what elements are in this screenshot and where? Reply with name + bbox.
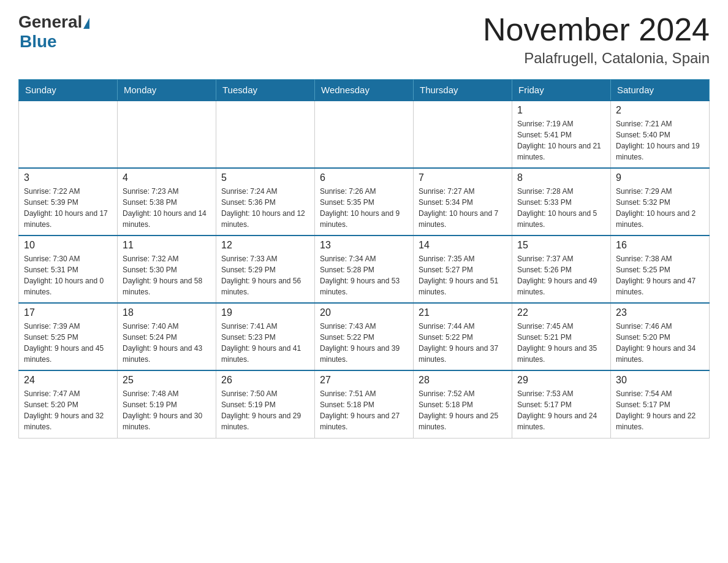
day-number: 3 xyxy=(24,172,112,183)
calendar-cell: 21Sunrise: 7:44 AMSunset: 5:22 PMDayligh… xyxy=(414,303,512,370)
day-number: 12 xyxy=(221,240,309,251)
week-row-1: 1Sunrise: 7:19 AMSunset: 5:41 PMDaylight… xyxy=(19,101,710,168)
day-info: Sunrise: 7:44 AMSunset: 5:22 PMDaylight:… xyxy=(419,321,507,365)
day-number: 7 xyxy=(419,172,507,183)
day-info: Sunrise: 7:22 AMSunset: 5:39 PMDaylight:… xyxy=(24,186,112,230)
day-number: 27 xyxy=(320,375,408,386)
calendar-cell: 16Sunrise: 7:38 AMSunset: 5:25 PMDayligh… xyxy=(611,236,710,303)
day-info: Sunrise: 7:50 AMSunset: 5:19 PMDaylight:… xyxy=(221,388,309,432)
logo-blue-text: Blue xyxy=(20,32,57,52)
day-info: Sunrise: 7:45 AMSunset: 5:21 PMDaylight:… xyxy=(517,321,605,365)
week-row-5: 24Sunrise: 7:47 AMSunset: 5:20 PMDayligh… xyxy=(19,370,710,438)
day-info: Sunrise: 7:52 AMSunset: 5:18 PMDaylight:… xyxy=(419,388,507,432)
calendar-cell: 15Sunrise: 7:37 AMSunset: 5:26 PMDayligh… xyxy=(512,236,611,303)
day-info: Sunrise: 7:39 AMSunset: 5:25 PMDaylight:… xyxy=(24,321,112,365)
calendar-cell xyxy=(414,101,512,168)
day-number: 5 xyxy=(221,172,309,183)
day-info: Sunrise: 7:37 AMSunset: 5:26 PMDaylight:… xyxy=(517,253,605,297)
day-number: 25 xyxy=(123,375,211,386)
calendar-cell: 13Sunrise: 7:34 AMSunset: 5:28 PMDayligh… xyxy=(315,236,414,303)
day-number: 15 xyxy=(517,240,605,251)
calendar-cell: 23Sunrise: 7:46 AMSunset: 5:20 PMDayligh… xyxy=(611,303,710,370)
header: General Blue November 2024 Palafrugell, … xyxy=(18,12,710,67)
calendar-cell: 4Sunrise: 7:23 AMSunset: 5:38 PMDaylight… xyxy=(118,168,216,236)
week-row-2: 3Sunrise: 7:22 AMSunset: 5:39 PMDaylight… xyxy=(19,168,710,236)
weekday-header-sunday: Sunday xyxy=(19,80,118,101)
day-info: Sunrise: 7:21 AMSunset: 5:40 PMDaylight:… xyxy=(616,118,704,163)
day-number: 19 xyxy=(221,307,309,318)
calendar-cell: 24Sunrise: 7:47 AMSunset: 5:20 PMDayligh… xyxy=(19,370,118,438)
day-info: Sunrise: 7:48 AMSunset: 5:19 PMDaylight:… xyxy=(123,388,211,432)
calendar-cell: 1Sunrise: 7:19 AMSunset: 5:41 PMDaylight… xyxy=(512,101,611,168)
calendar-cell xyxy=(216,101,315,168)
day-info: Sunrise: 7:35 AMSunset: 5:27 PMDaylight:… xyxy=(419,253,507,297)
weekday-header-row: SundayMondayTuesdayWednesdayThursdayFrid… xyxy=(19,80,710,101)
day-info: Sunrise: 7:54 AMSunset: 5:17 PMDaylight:… xyxy=(616,388,704,432)
day-info: Sunrise: 7:41 AMSunset: 5:23 PMDaylight:… xyxy=(221,321,309,365)
day-info: Sunrise: 7:32 AMSunset: 5:30 PMDaylight:… xyxy=(123,253,211,297)
calendar-table: SundayMondayTuesdayWednesdayThursdayFrid… xyxy=(18,79,710,439)
day-number: 8 xyxy=(517,172,605,183)
day-number: 2 xyxy=(616,105,704,116)
logo-area: General Blue xyxy=(18,12,89,52)
calendar-cell: 14Sunrise: 7:35 AMSunset: 5:27 PMDayligh… xyxy=(414,236,512,303)
calendar-cell: 7Sunrise: 7:27 AMSunset: 5:34 PMDaylight… xyxy=(414,168,512,236)
logo-general-text: General xyxy=(18,12,82,32)
calendar-cell: 3Sunrise: 7:22 AMSunset: 5:39 PMDaylight… xyxy=(19,168,118,236)
location-title: Palafrugell, Catalonia, Spain xyxy=(483,50,710,67)
logo-triangle-icon xyxy=(83,18,89,29)
calendar-cell xyxy=(118,101,216,168)
day-number: 23 xyxy=(616,307,704,318)
day-number: 9 xyxy=(616,172,704,183)
day-info: Sunrise: 7:43 AMSunset: 5:22 PMDaylight:… xyxy=(320,321,408,365)
day-number: 10 xyxy=(24,240,112,251)
weekday-header-thursday: Thursday xyxy=(414,80,512,101)
day-info: Sunrise: 7:47 AMSunset: 5:20 PMDaylight:… xyxy=(24,388,112,432)
calendar-cell: 11Sunrise: 7:32 AMSunset: 5:30 PMDayligh… xyxy=(118,236,216,303)
weekday-header-friday: Friday xyxy=(512,80,611,101)
week-row-4: 17Sunrise: 7:39 AMSunset: 5:25 PMDayligh… xyxy=(19,303,710,370)
day-number: 17 xyxy=(24,307,112,318)
calendar-cell: 22Sunrise: 7:45 AMSunset: 5:21 PMDayligh… xyxy=(512,303,611,370)
day-info: Sunrise: 7:28 AMSunset: 5:33 PMDaylight:… xyxy=(517,186,605,230)
logo: General xyxy=(18,12,89,32)
calendar-cell: 2Sunrise: 7:21 AMSunset: 5:40 PMDaylight… xyxy=(611,101,710,168)
day-info: Sunrise: 7:38 AMSunset: 5:25 PMDaylight:… xyxy=(616,253,704,297)
calendar-cell: 17Sunrise: 7:39 AMSunset: 5:25 PMDayligh… xyxy=(19,303,118,370)
day-number: 29 xyxy=(517,375,605,386)
day-info: Sunrise: 7:30 AMSunset: 5:31 PMDaylight:… xyxy=(24,253,112,297)
day-number: 26 xyxy=(221,375,309,386)
week-row-3: 10Sunrise: 7:30 AMSunset: 5:31 PMDayligh… xyxy=(19,236,710,303)
calendar-cell: 28Sunrise: 7:52 AMSunset: 5:18 PMDayligh… xyxy=(414,370,512,438)
weekday-header-tuesday: Tuesday xyxy=(216,80,315,101)
day-info: Sunrise: 7:34 AMSunset: 5:28 PMDaylight:… xyxy=(320,253,408,297)
day-info: Sunrise: 7:26 AMSunset: 5:35 PMDaylight:… xyxy=(320,186,408,230)
day-info: Sunrise: 7:46 AMSunset: 5:20 PMDaylight:… xyxy=(616,321,704,365)
day-number: 20 xyxy=(320,307,408,318)
calendar-cell: 26Sunrise: 7:50 AMSunset: 5:19 PMDayligh… xyxy=(216,370,315,438)
calendar-cell: 12Sunrise: 7:33 AMSunset: 5:29 PMDayligh… xyxy=(216,236,315,303)
calendar-cell: 8Sunrise: 7:28 AMSunset: 5:33 PMDaylight… xyxy=(512,168,611,236)
calendar-cell: 20Sunrise: 7:43 AMSunset: 5:22 PMDayligh… xyxy=(315,303,414,370)
day-info: Sunrise: 7:23 AMSunset: 5:38 PMDaylight:… xyxy=(123,186,211,230)
calendar-cell: 30Sunrise: 7:54 AMSunset: 5:17 PMDayligh… xyxy=(611,370,710,438)
day-number: 18 xyxy=(123,307,211,318)
day-number: 24 xyxy=(24,375,112,386)
day-info: Sunrise: 7:53 AMSunset: 5:17 PMDaylight:… xyxy=(517,388,605,432)
calendar-cell: 18Sunrise: 7:40 AMSunset: 5:24 PMDayligh… xyxy=(118,303,216,370)
calendar-cell: 25Sunrise: 7:48 AMSunset: 5:19 PMDayligh… xyxy=(118,370,216,438)
calendar-cell: 10Sunrise: 7:30 AMSunset: 5:31 PMDayligh… xyxy=(19,236,118,303)
calendar-cell: 5Sunrise: 7:24 AMSunset: 5:36 PMDaylight… xyxy=(216,168,315,236)
day-number: 21 xyxy=(419,307,507,318)
day-info: Sunrise: 7:27 AMSunset: 5:34 PMDaylight:… xyxy=(419,186,507,230)
day-number: 22 xyxy=(517,307,605,318)
calendar-cell: 9Sunrise: 7:29 AMSunset: 5:32 PMDaylight… xyxy=(611,168,710,236)
calendar-cell: 19Sunrise: 7:41 AMSunset: 5:23 PMDayligh… xyxy=(216,303,315,370)
weekday-header-saturday: Saturday xyxy=(611,80,710,101)
day-info: Sunrise: 7:51 AMSunset: 5:18 PMDaylight:… xyxy=(320,388,408,432)
month-title: November 2024 xyxy=(483,12,710,47)
day-number: 4 xyxy=(123,172,211,183)
day-number: 1 xyxy=(517,105,605,116)
day-info: Sunrise: 7:40 AMSunset: 5:24 PMDaylight:… xyxy=(123,321,211,365)
calendar-cell xyxy=(19,101,118,168)
